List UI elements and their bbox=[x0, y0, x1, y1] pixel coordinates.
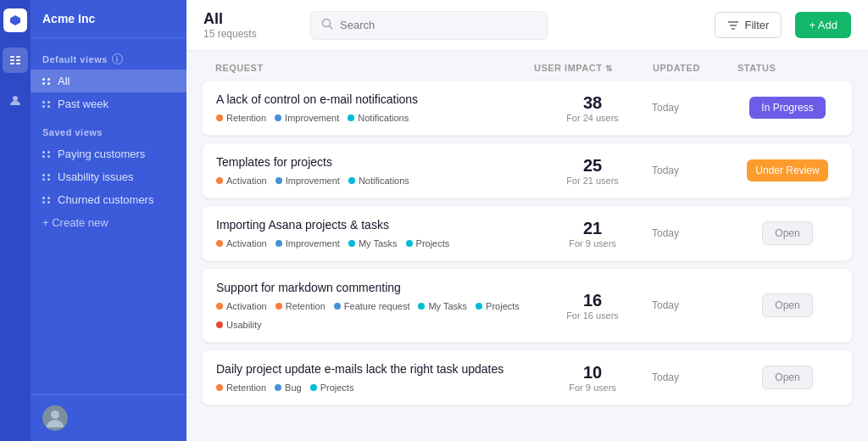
filter-icon bbox=[727, 20, 739, 31]
card-title: Importing Asana projects & tasks bbox=[216, 218, 533, 232]
tag: Usability bbox=[216, 320, 262, 330]
card-title: Support for markdown commenting bbox=[216, 281, 533, 294]
add-label: + Add bbox=[809, 19, 837, 31]
col-updated-header: Updated bbox=[653, 63, 737, 73]
sidebar-item-all[interactable]: All bbox=[31, 70, 186, 92]
tag: My Tasks bbox=[418, 301, 467, 311]
tag: Activation bbox=[216, 238, 267, 248]
info-icon[interactable]: i bbox=[112, 53, 123, 64]
search-box[interactable] bbox=[310, 11, 548, 40]
sidebar-nav: Default views i All Pa bbox=[31, 38, 186, 394]
card-title: Templates for projects bbox=[216, 155, 533, 169]
card-impact: 25 For 21 users bbox=[533, 156, 652, 186]
sidebar-item-past-week[interactable]: Past week bbox=[31, 92, 186, 115]
card-status: Open bbox=[737, 366, 838, 389]
grid-icon-3 bbox=[42, 151, 51, 158]
page-title-area: All 15 requests bbox=[203, 10, 297, 41]
col-request-header: Request bbox=[215, 63, 534, 73]
tag: Improvement bbox=[275, 238, 340, 248]
card-tags: Retention Improvement Notifications bbox=[216, 113, 533, 123]
impact-users: For 21 users bbox=[533, 176, 652, 186]
impact-users: For 9 users bbox=[533, 382, 652, 393]
sidebar-nav-icon-user[interactable] bbox=[3, 88, 28, 114]
card-content: Importing Asana projects & tasks Activat… bbox=[216, 218, 533, 248]
table-row[interactable]: Templates for projects Activation Improv… bbox=[202, 142, 853, 198]
card-content: A lack of control on e-mail notification… bbox=[216, 92, 533, 123]
tag: Activation bbox=[216, 176, 267, 186]
impact-number: 21 bbox=[533, 219, 652, 238]
card-impact: 38 For 24 users bbox=[533, 93, 652, 123]
grid-icon bbox=[42, 78, 51, 85]
tag: Projects bbox=[476, 301, 520, 311]
table-row[interactable]: Daily project update e-mails lack the ri… bbox=[202, 349, 853, 405]
tag: Improvement bbox=[275, 176, 340, 186]
avatar[interactable] bbox=[42, 405, 68, 431]
tag: Notifications bbox=[348, 176, 409, 186]
svg-rect-4 bbox=[10, 63, 14, 64]
card-tags: Retention Bug Projects bbox=[216, 382, 533, 393]
col-status-header: Status bbox=[737, 63, 839, 73]
card-updated: Today bbox=[652, 165, 737, 176]
main-header: All 15 requests Filter + Add bbox=[186, 0, 868, 51]
search-icon bbox=[321, 18, 333, 33]
sidebar-item-past-week-label: Past week bbox=[58, 98, 108, 110]
impact-users: For 9 users bbox=[533, 238, 652, 248]
card-title: A lack of control on e-mail notification… bbox=[216, 92, 533, 106]
search-input[interactable] bbox=[340, 19, 537, 31]
table-row[interactable]: Importing Asana projects & tasks Activat… bbox=[202, 205, 853, 261]
card-impact: 10 For 9 users bbox=[533, 363, 652, 393]
table-row[interactable]: A lack of control on e-mail notification… bbox=[202, 80, 853, 136]
sidebar-item-churned[interactable]: Churned customers bbox=[31, 188, 186, 211]
col-impact-header[interactable]: User Impact ⇅ bbox=[534, 63, 653, 73]
sidebar-footer bbox=[31, 394, 186, 441]
svg-rect-2 bbox=[10, 59, 14, 61]
status-badge[interactable]: Open bbox=[762, 221, 812, 245]
card-updated: Today bbox=[652, 371, 737, 383]
impact-number: 25 bbox=[533, 156, 652, 176]
card-updated: Today bbox=[652, 102, 737, 114]
impact-number: 16 bbox=[533, 291, 652, 310]
svg-rect-0 bbox=[10, 56, 14, 58]
grid-icon-2 bbox=[42, 101, 51, 108]
sort-arrow-icon: ⇅ bbox=[605, 64, 613, 73]
table-header: Request User Impact ⇅ Updated Status bbox=[202, 63, 853, 80]
card-impact: 21 For 9 users bbox=[533, 219, 652, 248]
sidebar-item-usability[interactable]: Usability issues bbox=[31, 165, 186, 188]
tag: Feature request bbox=[334, 301, 410, 311]
sidebar-item-paying[interactable]: Paying customers bbox=[31, 142, 186, 165]
svg-rect-1 bbox=[16, 56, 20, 58]
card-updated: Today bbox=[652, 299, 737, 311]
company-name: Acme Inc bbox=[42, 12, 95, 25]
filter-button[interactable]: Filter bbox=[715, 12, 782, 38]
svg-point-8 bbox=[51, 410, 59, 419]
svg-point-9 bbox=[323, 19, 331, 26]
create-new-label: + Create new bbox=[42, 216, 108, 229]
status-badge[interactable]: Open bbox=[762, 366, 812, 389]
card-title: Daily project update e-mails lack the ri… bbox=[216, 362, 533, 376]
status-badge[interactable]: Open bbox=[762, 293, 812, 317]
sidebar-item-churned-label: Churned customers bbox=[58, 193, 153, 206]
card-impact: 16 For 16 users bbox=[533, 291, 652, 321]
create-new-button[interactable]: + Create new bbox=[31, 211, 186, 234]
card-content: Support for markdown commenting Activati… bbox=[216, 281, 533, 330]
sidebar-nav-icon-list[interactable] bbox=[3, 47, 28, 73]
impact-number: 10 bbox=[533, 363, 652, 382]
card-updated: Today bbox=[652, 227, 737, 239]
status-badge[interactable]: Under Review bbox=[747, 159, 827, 181]
grid-icon-5 bbox=[42, 197, 51, 204]
filter-label: Filter bbox=[744, 19, 769, 31]
page-title: All bbox=[203, 10, 297, 29]
card-tags: Activation Retention Feature request My … bbox=[216, 301, 533, 330]
tag: Notifications bbox=[348, 113, 409, 123]
add-button[interactable]: + Add bbox=[795, 12, 851, 38]
logo-icon bbox=[3, 8, 27, 32]
table-row[interactable]: Support for markdown commenting Activati… bbox=[202, 268, 853, 343]
tag: Activation bbox=[216, 301, 267, 311]
card-content: Daily project update e-mails lack the ri… bbox=[216, 362, 533, 393]
card-status: In Progress bbox=[737, 97, 838, 119]
tag: Projects bbox=[310, 382, 354, 393]
card-tags: Activation Improvement My Tasks Projects bbox=[216, 238, 533, 248]
status-badge[interactable]: In Progress bbox=[749, 97, 825, 119]
impact-users: For 16 users bbox=[533, 310, 652, 321]
sidebar-header: Acme Inc bbox=[31, 0, 186, 38]
